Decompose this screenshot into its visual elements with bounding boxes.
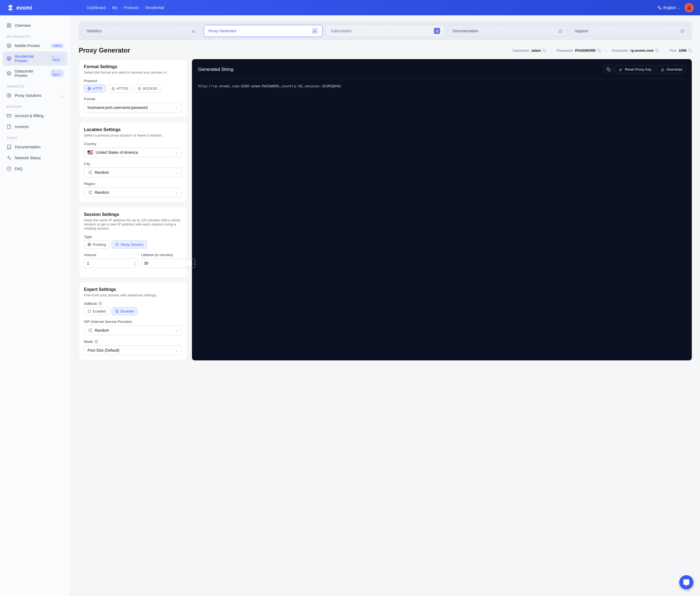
adblock-disabled[interactable]: Disabled bbox=[111, 307, 138, 315]
svg-rect-20 bbox=[112, 89, 114, 90]
nav-overview[interactable]: Overview bbox=[3, 20, 68, 31]
card-title: Session Settings bbox=[84, 212, 182, 217]
us-flag-icon bbox=[87, 150, 93, 154]
tab-support[interactable]: Support bbox=[570, 25, 689, 37]
cred-username: adam bbox=[532, 48, 541, 53]
expert-settings-card: Expert Settings Fine-tune your proxies w… bbox=[79, 282, 187, 361]
country-select[interactable]: United States of America ⌄ bbox=[84, 148, 182, 157]
card-title: Expert Settings bbox=[84, 287, 182, 292]
svg-line-27 bbox=[88, 191, 89, 192]
tab-bar: Statistics Proxy Generator Subscription … bbox=[79, 22, 692, 40]
breadcrumb-my[interactable]: My bbox=[112, 5, 117, 10]
tab-proxy-generator[interactable]: Proxy Generator bbox=[204, 25, 322, 37]
pill-label: SOCKS5 bbox=[143, 86, 157, 91]
select-value: hostname:port:username:password bbox=[87, 105, 147, 110]
tab-statistics[interactable]: Statistics bbox=[82, 25, 201, 37]
section-account: Account bbox=[3, 101, 68, 110]
nav-datacenter-proxies[interactable]: Datacenter Proxies PAYG bbox=[3, 66, 68, 80]
chevron-right-icon: › bbox=[141, 6, 143, 9]
help-icon[interactable] bbox=[94, 340, 98, 343]
card-title: Location Settings bbox=[84, 127, 182, 132]
nav-label: Documentation bbox=[15, 145, 41, 149]
lifetime-label: Lifetime (in minutes) bbox=[141, 253, 195, 257]
svg-rect-6 bbox=[7, 115, 11, 117]
format-select[interactable]: hostname:port:username:password ⌄ bbox=[84, 103, 182, 113]
protocol-socks5[interactable]: SOCKS5 bbox=[134, 84, 161, 93]
cred-password: PASSWORD bbox=[575, 48, 596, 53]
copy-icon[interactable] bbox=[688, 49, 692, 52]
isp-select[interactable]: Random ⌄ bbox=[84, 325, 182, 335]
grid-icon bbox=[6, 23, 11, 28]
chart-icon bbox=[192, 29, 196, 33]
nav-residential-proxies[interactable]: Residential Proxies PAYG bbox=[3, 51, 68, 66]
activity-icon bbox=[6, 155, 11, 160]
main-content: Statistics Proxy Generator Subscription … bbox=[71, 15, 700, 596]
region-select[interactable]: Random ⌄ bbox=[84, 188, 182, 197]
chat-widget-button[interactable] bbox=[679, 575, 694, 590]
session-sticky[interactable]: Sticky Session bbox=[111, 241, 147, 248]
city-label: City bbox=[84, 162, 182, 166]
language-selector[interactable]: English ⌄ bbox=[657, 5, 680, 10]
number-stepper[interactable]: ▲▼ bbox=[191, 261, 193, 266]
nav-documentation[interactable]: Documentation bbox=[3, 142, 68, 152]
session-rotating[interactable]: Rotating bbox=[84, 241, 109, 248]
mode-label: Mode bbox=[84, 340, 93, 344]
cube-icon bbox=[6, 71, 11, 76]
nav-account-billing[interactable]: Account & Billing bbox=[3, 110, 68, 121]
type-label: Type bbox=[84, 235, 182, 239]
section-products: Products bbox=[3, 81, 68, 90]
svg-rect-17 bbox=[690, 50, 692, 52]
brand-logo[interactable]: evomi bbox=[6, 4, 32, 11]
section-my-products: MY PRODUCTS bbox=[3, 31, 68, 41]
copy-icon[interactable] bbox=[597, 49, 601, 52]
tab-subscription[interactable]: Subscription bbox=[326, 25, 445, 37]
svg-point-36 bbox=[95, 340, 98, 343]
copy-icon[interactable] bbox=[543, 49, 546, 52]
adblock-enabled[interactable]: Enabled bbox=[84, 307, 109, 315]
avatar-icon bbox=[686, 5, 692, 10]
protocol-https[interactable]: HTTPS bbox=[108, 84, 132, 93]
svg-point-8 bbox=[7, 167, 11, 171]
protocol-http[interactable]: HTTP bbox=[84, 84, 106, 93]
cred-label: Password: bbox=[557, 48, 573, 53]
nav-network-status[interactable]: Network Status bbox=[3, 153, 68, 163]
number-stepper[interactable]: ▲▼ bbox=[134, 261, 136, 266]
select-value: Random bbox=[95, 170, 109, 175]
breadcrumb-dashboard[interactable]: Dashboard bbox=[87, 5, 106, 10]
amount-input[interactable]: ▲▼ bbox=[84, 258, 138, 268]
reset-proxy-key-button[interactable]: Reset Proxy Key bbox=[616, 65, 655, 74]
cred-label: Port: bbox=[670, 48, 677, 53]
copy-output-button[interactable] bbox=[604, 65, 613, 74]
pill-label: Disabled bbox=[120, 309, 134, 313]
nav-proxy-solutions[interactable]: Proxy Solutions ⌄ bbox=[3, 90, 68, 101]
pill-label: HTTP bbox=[93, 86, 102, 91]
shield-off-icon bbox=[115, 309, 119, 313]
select-value: Pool Size (Default) bbox=[87, 348, 120, 352]
user-avatar[interactable] bbox=[685, 3, 694, 12]
tab-label: Proxy Generator bbox=[208, 29, 236, 33]
tab-label: Statistics bbox=[86, 29, 102, 33]
mode-select[interactable]: Pool Size (Default) ⌄ bbox=[84, 345, 182, 355]
amount-field[interactable] bbox=[87, 261, 135, 266]
shuffle-icon bbox=[87, 170, 92, 175]
key-icon bbox=[619, 68, 623, 71]
tab-documentation[interactable]: Documentation bbox=[448, 25, 567, 37]
region-label: Region bbox=[84, 182, 182, 186]
help-icon[interactable] bbox=[99, 302, 102, 305]
nav-mobile-proxies[interactable]: Mobile Proxies PAYG bbox=[3, 41, 68, 51]
button-label: Reset Proxy Key bbox=[625, 67, 651, 71]
lifetime-field[interactable] bbox=[144, 261, 192, 266]
nav-invoices[interactable]: Invoices bbox=[3, 122, 68, 132]
lifetime-input[interactable]: ▲▼ bbox=[141, 258, 195, 268]
lock-icon bbox=[111, 87, 115, 90]
help-icon bbox=[6, 166, 11, 171]
card-title: Format Settings bbox=[84, 64, 182, 69]
card-desc: Select the format you want to receive yo… bbox=[84, 70, 182, 74]
download-button[interactable]: Download bbox=[657, 65, 686, 74]
card-desc: Keep the same IP address for up to 120 m… bbox=[84, 218, 182, 230]
nav-faq[interactable]: FAQ bbox=[3, 164, 68, 174]
download-icon bbox=[660, 68, 665, 71]
breadcrumb-products[interactable]: Products bbox=[124, 5, 139, 10]
copy-icon[interactable] bbox=[655, 49, 659, 52]
city-select[interactable]: Random ⌄ bbox=[84, 168, 182, 177]
